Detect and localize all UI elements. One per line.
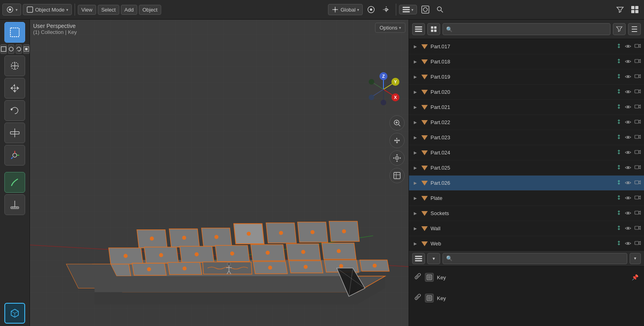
viewport-gizmo[interactable]: Z Y X <box>365 71 401 107</box>
camera-view-btn[interactable] <box>389 150 405 166</box>
visibility-icon[interactable] <box>625 119 631 126</box>
measure-tool[interactable] <box>4 194 25 215</box>
modifier-icon[interactable] <box>616 43 622 50</box>
visibility-icon[interactable] <box>625 134 631 141</box>
modifier-icon[interactable] <box>616 240 622 247</box>
outliner-item[interactable]: ▶ Part.023 <box>409 130 644 145</box>
cursor-tool[interactable] <box>4 55 25 76</box>
filter-btn[interactable] <box>614 4 626 15</box>
render-preview-btn[interactable] <box>419 4 432 16</box>
modifier-icon[interactable] <box>616 58 622 65</box>
render-icon[interactable] <box>634 104 641 111</box>
visibility-icon[interactable] <box>625 150 631 156</box>
render-icon[interactable] <box>634 149 641 156</box>
invert-select-tool[interactable] <box>23 44 30 54</box>
outliner-item[interactable]: ▶ Web <box>409 236 644 250</box>
modifier-icon[interactable] <box>616 119 622 126</box>
properties-chevron-btn[interactable]: ▾ <box>427 253 440 264</box>
transform-tool[interactable] <box>4 145 25 166</box>
visibility-icon[interactable] <box>625 89 631 95</box>
modifier-icon[interactable] <box>616 149 622 156</box>
property-row-1[interactable]: Key 📌 <box>412 270 641 285</box>
render-icon[interactable] <box>634 225 641 232</box>
select-menu-button[interactable]: Select <box>98 5 119 15</box>
properties-type-btn[interactable] <box>412 253 425 264</box>
outliner-item[interactable]: ▶ Part.018 <box>409 54 644 69</box>
render-icon[interactable] <box>634 58 641 65</box>
annotate-tool[interactable] <box>4 172 25 193</box>
modifier-icon[interactable] <box>616 73 622 80</box>
visibility-icon[interactable] <box>625 43 631 50</box>
lasso-select-tool[interactable] <box>16 44 22 54</box>
render-icon[interactable] <box>634 180 641 186</box>
modifier-icon[interactable] <box>616 210 622 217</box>
visibility-icon[interactable] <box>625 104 631 111</box>
render-icon[interactable] <box>634 240 641 247</box>
modifier-icon[interactable] <box>616 89 622 95</box>
modifier-icon[interactable] <box>616 104 622 111</box>
outliner-search-input[interactable] <box>443 23 610 35</box>
outliner-item[interactable]: ▶ Part.019 <box>409 69 644 85</box>
outliner-filter-btn[interactable] <box>613 23 626 35</box>
render-icon[interactable] <box>634 164 641 171</box>
render-icon[interactable] <box>634 119 641 126</box>
outliner-item[interactable]: ▶ Part.025 <box>409 160 644 176</box>
visibility-icon[interactable] <box>625 165 631 171</box>
circle-select-tool[interactable] <box>8 44 14 54</box>
viewport[interactable]: User Perspective (1) Collection | Key Op… <box>30 20 409 326</box>
outliner-item[interactable]: ▶ Part.024 <box>409 145 644 160</box>
object-menu-button[interactable]: Object <box>139 5 161 15</box>
render-icon[interactable] <box>634 73 641 80</box>
render-icon[interactable] <box>634 89 641 95</box>
search-btn[interactable] <box>434 4 446 15</box>
outliner-item[interactable]: ▶ Part.021 <box>409 100 644 115</box>
select-box-tool[interactable] <box>4 22 25 43</box>
render-icon[interactable] <box>634 43 641 50</box>
outliner-item[interactable]: ▶ Part.022 <box>409 115 644 130</box>
visibility-icon[interactable] <box>625 195 631 202</box>
visibility-icon[interactable] <box>625 59 631 65</box>
object-mode-button[interactable]: Object Mode ▾ <box>23 4 72 15</box>
visibility-icon[interactable] <box>625 210 631 217</box>
modifier-icon[interactable] <box>616 195 622 202</box>
visibility-icon[interactable] <box>625 180 631 186</box>
box-select-tool[interactable] <box>0 44 7 54</box>
modifier-icon[interactable] <box>616 180 622 186</box>
outliner-item[interactable]: ▶ Part.017 <box>409 39 644 54</box>
add-menu-button[interactable]: Add <box>121 5 137 15</box>
render-icon[interactable] <box>634 134 641 141</box>
property-row-2[interactable]: Key <box>412 290 641 306</box>
render-icon[interactable] <box>634 210 641 217</box>
pin-icon-1[interactable]: 📌 <box>632 274 638 281</box>
outliner-item[interactable]: ▶ Plate <box>409 191 644 206</box>
options-button[interactable]: Options ▾ <box>375 23 405 33</box>
modifier-icon[interactable] <box>616 134 622 141</box>
scale-tool[interactable] <box>4 122 25 143</box>
outliner-extra-btn[interactable] <box>628 23 641 35</box>
pan-btn[interactable] <box>389 133 405 148</box>
transform-button[interactable]: Global ▾ <box>328 4 363 15</box>
zoom-in-btn[interactable] <box>389 115 405 130</box>
visibility-icon[interactable] <box>625 225 631 232</box>
modifier-icon[interactable] <box>616 164 622 171</box>
modifier-icon[interactable] <box>616 225 622 232</box>
outliner-view-type-btn[interactable] <box>412 23 425 35</box>
frame-btn[interactable] <box>389 168 405 183</box>
layout-btn[interactable] <box>628 4 642 16</box>
outliner-display-mode-btn[interactable] <box>427 23 440 35</box>
snap-button[interactable] <box>379 4 393 16</box>
outliner-item[interactable]: ▶ Sockets <box>409 206 644 221</box>
outliner-item[interactable]: ▶ Part.020 <box>409 85 644 100</box>
rotate-tool[interactable] <box>4 100 25 121</box>
add-cube-tool[interactable] <box>4 303 25 324</box>
outliner-view-btn[interactable]: ▾ <box>399 5 417 14</box>
move-tool[interactable] <box>4 78 25 99</box>
view-menu-button[interactable]: View <box>78 5 96 15</box>
visibility-icon[interactable] <box>625 74 631 80</box>
editor-type-button[interactable]: ▾ <box>2 4 21 16</box>
properties-search-input[interactable] <box>443 253 627 264</box>
proportional-edit-button[interactable] <box>364 4 378 16</box>
visibility-icon[interactable] <box>625 241 631 247</box>
outliner-item[interactable]: ▶ Wall <box>409 221 644 236</box>
render-icon[interactable] <box>634 195 641 202</box>
